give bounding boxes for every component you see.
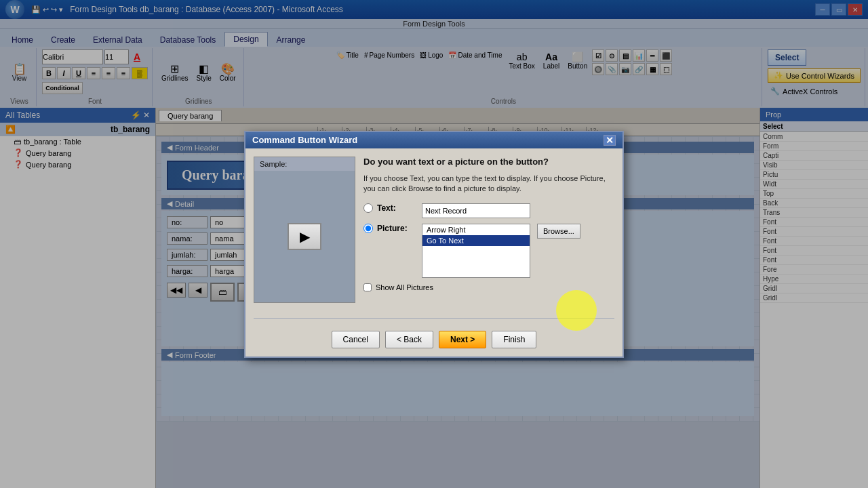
modal-right: Do you want text or a picture on the but… — [363, 157, 614, 303]
modal-divider — [254, 318, 614, 319]
modal-sample-area: Sample: ▶ — [254, 157, 355, 303]
show-all-label: Show All Pictures — [376, 283, 433, 291]
modal-description: If you choose Text, you can type the tex… — [363, 174, 614, 195]
text-value-input[interactable] — [422, 203, 530, 218]
picture-list: Arrow Right Go To Next — [422, 224, 530, 278]
modal-close-btn[interactable]: ✕ — [604, 135, 616, 146]
text-radio-input[interactable] — [363, 203, 373, 213]
next-button[interactable]: Next > — [439, 331, 486, 348]
cancel-button[interactable]: Cancel — [332, 331, 380, 348]
text-radio-row: Text: — [363, 203, 614, 218]
picture-list-container: Arrow Right Go To Next — [422, 224, 530, 278]
modal-sample-preview: ▶ — [254, 171, 355, 302]
modal-footer: Cancel < Back Next > Finish — [245, 325, 623, 357]
command-button-wizard-modal: Command Button Wizard ✕ Sample: ▶ Do you… — [244, 131, 624, 358]
modal-sample-label: Sample: — [254, 157, 355, 171]
picture-radio-input[interactable] — [363, 224, 373, 233]
modal-question: Do you want text or a picture on the but… — [363, 157, 614, 167]
picture-item-go-to-next[interactable]: Go To Next — [422, 235, 530, 246]
modal-title-bar: Command Button Wizard ✕ — [245, 132, 623, 148]
sample-button-preview[interactable]: ▶ — [288, 223, 321, 250]
modal-body: Sample: ▶ Do you want text or a picture … — [245, 148, 623, 311]
show-all-row: Show All Pictures — [363, 283, 614, 291]
finish-button[interactable]: Finish — [492, 331, 536, 348]
show-all-checkbox[interactable] — [363, 283, 372, 291]
browse-button[interactable]: Browse... — [537, 224, 580, 239]
browse-btn[interactable]: Browse... — [534, 224, 580, 239]
picture-radio-label: Picture: — [377, 224, 418, 233]
picture-item-arrow-right[interactable]: Arrow Right — [422, 224, 530, 235]
modal-overlay: Command Button Wizard ✕ Sample: ▶ Do you… — [0, 0, 868, 488]
back-button[interactable]: < Back — [385, 331, 433, 348]
picture-radio-row: Picture: Arrow Right Go To Next Browse..… — [363, 224, 614, 278]
text-radio-label: Text: — [377, 203, 418, 213]
modal-title-text: Command Button Wizard — [252, 135, 357, 145]
